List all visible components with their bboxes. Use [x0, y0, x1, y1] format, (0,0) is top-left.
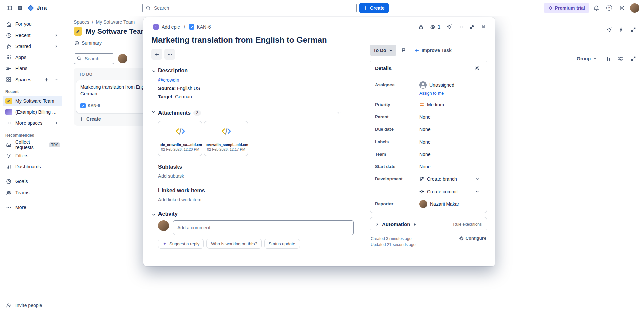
sidebar-item-plans[interactable]: Plans — [3, 63, 62, 74]
chevron-down-icon[interactable] — [151, 212, 156, 217]
commit-options-button[interactable] — [473, 187, 482, 196]
priority-value[interactable]: Medium — [419, 102, 482, 107]
share-issue-button[interactable] — [444, 21, 455, 32]
group-by-dropdown[interactable]: Group — [573, 54, 600, 63]
add-linked-item-field[interactable]: Add linked work item — [158, 196, 354, 203]
invite-people-button[interactable]: Invite people — [3, 300, 62, 311]
activity-header: Activity — [158, 211, 178, 217]
breadcrumb-spaces[interactable]: Spaces — [74, 19, 89, 25]
restrict-access-button[interactable] — [416, 21, 426, 32]
share-page-button[interactable] — [604, 24, 614, 35]
plus-icon — [347, 111, 351, 115]
assignee-value[interactable]: Unassigned — [419, 81, 482, 89]
add-flag-button[interactable] — [398, 45, 409, 56]
sidebar-item-my-software-team[interactable]: My Software Team — [3, 96, 62, 106]
sidebar-item-label: Collect requests — [15, 139, 46, 150]
status-update-chip[interactable]: Status update — [264, 239, 300, 249]
close-modal-button[interactable] — [478, 21, 489, 32]
chevron-down-icon — [593, 57, 597, 61]
add-subtask-field[interactable]: Add subtask — [158, 173, 354, 179]
global-search[interactable] — [142, 3, 357, 13]
expand-page-button[interactable] — [628, 24, 639, 35]
create-branch-action[interactable]: Create branch — [419, 175, 482, 184]
premium-trial-button[interactable]: Premium trial — [544, 3, 589, 13]
sidebar-item-collect-requests[interactable]: Collect requests TRY — [3, 139, 62, 150]
details-settings-button[interactable] — [472, 63, 482, 73]
automation-panel[interactable]: Automation Rule executions — [370, 217, 487, 231]
attachments-more-button[interactable] — [334, 108, 343, 118]
app-switcher-button[interactable] — [15, 3, 26, 13]
apps-more-button[interactable] — [164, 49, 175, 60]
chart-bars-icon — [5, 164, 12, 169]
sidebar-item-for-you[interactable]: For you — [3, 19, 62, 30]
profile-button[interactable] — [629, 3, 640, 13]
sidebar-item-goals[interactable]: Goals — [3, 176, 62, 187]
filter-user-avatar[interactable] — [118, 54, 127, 63]
status-dropdown[interactable]: To Do — [370, 45, 396, 56]
configure-button[interactable]: Configure — [459, 235, 486, 241]
sidebar-item-apps[interactable]: Apps — [3, 52, 62, 63]
issue-key-link[interactable]: KAN-6 — [187, 23, 213, 31]
automation-page-button[interactable] — [616, 24, 627, 35]
sidebar-toggle-button[interactable] — [4, 3, 15, 13]
who-is-working-chip[interactable]: Who is working on this? — [206, 239, 261, 249]
collapse-modal-button[interactable] — [467, 21, 477, 32]
help-button[interactable]: ? — [604, 3, 614, 13]
sidebar-item-starred[interactable]: Starred — [3, 41, 62, 52]
board-search[interactable] — [74, 53, 114, 64]
add-epic-button[interactable]: Add epic — [151, 23, 182, 31]
reporter-value[interactable]: Nazarii Makar — [419, 200, 482, 208]
attachment-card[interactable]: de_crowdin_sa...oid.xml 02 Feb 2026, 12:… — [158, 121, 202, 156]
assign-to-me-link[interactable]: Assign to me — [370, 91, 487, 98]
branch-options-button[interactable] — [473, 175, 482, 184]
team-value[interactable]: None — [419, 152, 482, 157]
comment-input[interactable] — [173, 220, 354, 235]
attachment-card[interactable]: crowdin_sampl...oid.xml 02 Feb 2026, 12:… — [204, 121, 248, 156]
reporter-avatar — [419, 200, 427, 208]
add-content-button[interactable] — [151, 49, 162, 60]
apps-icon — [5, 55, 12, 60]
create-button[interactable]: Create — [359, 3, 389, 13]
chevron-down-icon[interactable] — [151, 110, 156, 114]
sidebar-item-filters[interactable]: Filters — [3, 150, 62, 161]
parent-value[interactable]: None — [419, 114, 482, 120]
global-search-input[interactable] — [142, 3, 357, 13]
sidebar-item-more-spaces[interactable]: More spaces — [3, 118, 62, 128]
sidebar-item-dashboards[interactable]: Dashboards — [3, 161, 62, 172]
suggest-reply-chip[interactable]: Suggest a reply — [158, 239, 204, 249]
ai-sparkle-icon — [414, 48, 419, 53]
chevron-right-icon — [53, 44, 60, 48]
sidebar-item-billing-systems[interactable]: (Example) Billing Systems — [3, 107, 62, 117]
more-actions-button[interactable] — [455, 21, 466, 32]
labels-value[interactable]: None — [419, 139, 482, 145]
sidebar-item-spaces[interactable]: Spaces — [3, 74, 62, 85]
start-date-value[interactable]: None — [419, 164, 482, 169]
settings-button[interactable] — [616, 3, 627, 13]
fullscreen-button[interactable] — [628, 53, 639, 64]
add-space-icon[interactable] — [43, 77, 50, 82]
column-create-button[interactable]: Create — [76, 113, 104, 123]
tab-summary[interactable]: Summary — [74, 39, 102, 49]
gear-icon — [619, 5, 625, 11]
chevron-down-icon[interactable] — [151, 69, 156, 74]
improve-task-button[interactable]: Improve Task — [411, 45, 455, 56]
description-body[interactable]: @crowdin Source: English US Target: Germ… — [158, 76, 354, 100]
add-attachment-button[interactable] — [344, 108, 354, 118]
notifications-button[interactable] — [591, 3, 602, 13]
insights-button[interactable] — [602, 53, 613, 64]
breadcrumb-space-name[interactable]: My Software Team — [96, 19, 135, 25]
create-commit-action[interactable]: Create commit — [419, 187, 482, 196]
due-date-value[interactable]: None — [419, 127, 482, 132]
spaces-more-icon[interactable] — [53, 77, 60, 82]
watchers-button[interactable]: 1 — [427, 21, 443, 32]
sidebar-item-more[interactable]: More — [3, 202, 62, 213]
filter-icon — [5, 153, 12, 158]
view-settings-button[interactable] — [615, 53, 626, 64]
sidebar-item-teams[interactable]: Teams — [3, 187, 62, 198]
improve-task-label: Improve Task — [422, 48, 452, 53]
tab-label: Summary — [82, 40, 102, 46]
jira-logo[interactable]: Jira — [26, 4, 50, 12]
mention-crowdin[interactable]: @crowdin — [158, 77, 179, 83]
sidebar-item-recent[interactable]: Recent — [3, 30, 62, 41]
recommended-section-label: Recommended — [3, 129, 62, 139]
